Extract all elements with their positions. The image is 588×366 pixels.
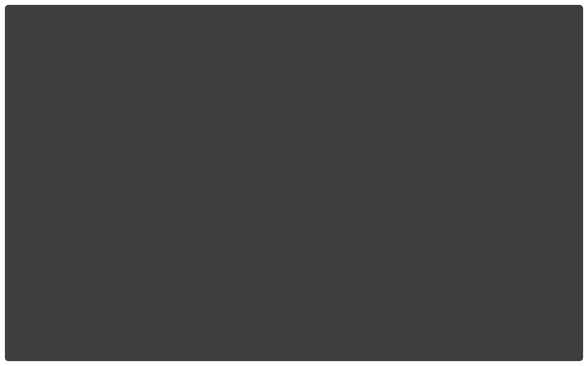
app-window-background	[5, 5, 583, 361]
ableton-live-window	[0, 0, 588, 366]
